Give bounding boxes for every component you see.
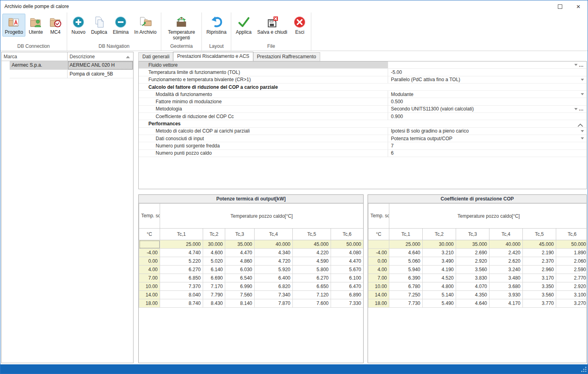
- temperature-sorgenti-button[interactable]: Temperature sorgenti: [163, 14, 199, 42]
- dropdown-arrow-icon[interactable]: [581, 135, 584, 142]
- cold-source-temp-cell[interactable]: 18.00: [139, 299, 160, 308]
- value-cell[interactable]: 4.740: [160, 249, 203, 257]
- cold-source-temp-cell[interactable]: 4.00: [139, 266, 160, 274]
- value-cell[interactable]: 2.190: [523, 249, 556, 257]
- property-value[interactable]: Ipotesi B solo gradino a pieno carico: [388, 128, 586, 135]
- property-value[interactable]: Secondo UNITS11300 (valori calcolati)…: [388, 106, 586, 112]
- hot-temps-corner-cell[interactable]: [368, 240, 389, 249]
- value-cell[interactable]: 7.560: [225, 291, 255, 299]
- value-cell[interactable]: 5.490: [423, 299, 456, 308]
- value-cell[interactable]: 3.560: [523, 291, 556, 299]
- value-cell[interactable]: 6.470: [331, 282, 364, 291]
- value-cell[interactable]: 4.170: [489, 299, 523, 308]
- value-cell[interactable]: 2.960: [523, 266, 556, 274]
- value-cell[interactable]: 5.920: [255, 266, 293, 274]
- value-cell[interactable]: 6.140: [203, 266, 225, 274]
- property-value[interactable]: Potenza termica output/COP: [388, 135, 586, 142]
- device-list-row[interactable]: Pompa di calore_5B: [2, 70, 133, 79]
- value-cell[interactable]: 3.100: [556, 291, 587, 299]
- value-cell[interactable]: 7.120: [293, 291, 331, 299]
- hot-temp-cell[interactable]: 30.000: [203, 240, 225, 249]
- hot-temp-cell[interactable]: 25.000: [160, 240, 203, 249]
- elimina-button[interactable]: Elimina: [110, 14, 131, 37]
- ripristina-button[interactable]: Ripristina: [204, 14, 229, 37]
- cold-source-temp-cell[interactable]: 0.00: [139, 257, 160, 266]
- tab-dati-generali[interactable]: Dati generali: [138, 52, 173, 61]
- value-cell[interactable]: 6.270: [160, 266, 203, 274]
- value-cell[interactable]: 3.240: [489, 266, 523, 274]
- utente-button[interactable]: Utente: [26, 14, 45, 37]
- property-row[interactable]: Coefficiente di riduzione del COP Cc0.90…: [139, 113, 586, 120]
- value-cell[interactable]: 2.060: [556, 257, 587, 266]
- value-cell[interactable]: 7.870: [255, 299, 293, 308]
- mc4-button[interactable]: MC4: [46, 14, 65, 37]
- value-cell[interactable]: 6.820: [255, 282, 293, 291]
- value-cell[interactable]: 4.590: [293, 257, 331, 266]
- value-cell[interactable]: 4.350: [456, 291, 489, 299]
- value-cell[interactable]: 4.600: [203, 249, 225, 257]
- maximize-button[interactable]: [551, 0, 569, 12]
- property-value[interactable]: -5.00: [388, 69, 586, 76]
- column-header-descrizione[interactable]: Descrizione: [68, 52, 133, 61]
- value-cell[interactable]: 7.730: [389, 299, 423, 308]
- value-cell[interactable]: 3.830: [456, 274, 489, 282]
- value-cell[interactable]: 5.140: [423, 291, 456, 299]
- value-cell[interactable]: 3.930: [489, 291, 523, 299]
- value-cell[interactable]: 3.480: [489, 274, 523, 282]
- cold-source-temp-cell[interactable]: 18.00: [368, 299, 389, 308]
- value-cell[interactable]: 2.620: [489, 257, 523, 266]
- property-value[interactable]: …: [388, 61, 586, 68]
- value-cell[interactable]: 2.590: [556, 266, 587, 274]
- cell-marca[interactable]: [10, 70, 68, 79]
- value-cell[interactable]: 4.070: [456, 282, 489, 291]
- value-cell[interactable]: 1.890: [556, 249, 587, 257]
- cold-source-temp-cell[interactable]: -4.00: [368, 249, 389, 257]
- cold-source-temp-cell[interactable]: 4.00: [368, 266, 389, 274]
- hot-temp-cell[interactable]: 35.000: [456, 240, 489, 249]
- value-cell[interactable]: 3.560: [456, 266, 489, 274]
- property-row[interactable]: Numero punti pozzo caldo6: [139, 150, 586, 157]
- nuovo-button[interactable]: Nuovo: [69, 14, 88, 37]
- value-cell[interactable]: 6.030: [225, 266, 255, 274]
- value-cell[interactable]: 4.520: [423, 274, 456, 282]
- esci-button[interactable]: Esci: [290, 14, 309, 37]
- value-cell[interactable]: 3.490: [423, 257, 456, 266]
- value-cell[interactable]: 8.740: [160, 299, 203, 308]
- cold-source-temp-cell[interactable]: -4.00: [139, 249, 160, 257]
- value-cell[interactable]: 6.400: [255, 274, 293, 282]
- device-list-row[interactable]: Aermec S.p.a.AERMEC ANL 020 H: [2, 61, 133, 70]
- salva-e-chiudi-button[interactable]: Salva e chiudi: [255, 14, 290, 37]
- value-cell[interactable]: 6.390: [389, 274, 423, 282]
- in-archivio-button[interactable]: In Archivio: [132, 14, 159, 37]
- value-cell[interactable]: 4.190: [423, 266, 456, 274]
- value-cell[interactable]: 5.220: [160, 257, 203, 266]
- value-cell[interactable]: 7.600: [293, 299, 331, 308]
- property-value[interactable]: Parallelo (PdC attiva fino a TOL): [388, 76, 586, 83]
- cold-source-temp-cell[interactable]: 14.00: [368, 291, 389, 299]
- hot-temp-cell[interactable]: 25.000: [389, 240, 423, 249]
- hot-temp-cell[interactable]: 40.000: [255, 240, 293, 249]
- tab-prestazioni-riscaldamento-e-acs[interactable]: Prestazioni Riscaldamento e ACS: [173, 52, 253, 61]
- value-cell[interactable]: 8.430: [203, 299, 225, 308]
- value-cell[interactable]: 6.690: [203, 274, 225, 282]
- value-cell[interactable]: 5.020: [203, 257, 225, 266]
- property-row[interactable]: Dati conosciuti di inputPotenza termica …: [139, 135, 586, 142]
- value-cell[interactable]: 3.680: [489, 282, 523, 291]
- value-cell[interactable]: 2.920: [556, 282, 587, 291]
- property-group-row[interactable]: Calcolo del fattore di riduzione del COP…: [139, 84, 586, 91]
- value-cell[interactable]: 5.940: [389, 266, 423, 274]
- cold-source-temp-cell[interactable]: 14.00: [139, 291, 160, 299]
- property-value[interactable]: 0.500: [388, 98, 586, 105]
- hot-temp-cell[interactable]: 45.000: [523, 240, 556, 249]
- value-cell[interactable]: 7.250: [389, 291, 423, 299]
- value-cell[interactable]: 2.920: [456, 257, 489, 266]
- value-cell[interactable]: 5.060: [389, 257, 423, 266]
- value-cell[interactable]: 3.270: [556, 299, 587, 308]
- cell-descrizione[interactable]: AERMEC ANL 020 H: [68, 61, 133, 70]
- property-row[interactable]: Numero punti sorgente fredda7: [139, 142, 586, 149]
- property-value[interactable]: Modulante: [388, 91, 586, 98]
- value-cell[interactable]: 3.350: [523, 282, 556, 291]
- property-value[interactable]: 7: [388, 142, 586, 149]
- property-row[interactable]: Funzionamento e temperatura bivalente (C…: [139, 76, 586, 84]
- property-value[interactable]: 6: [388, 150, 586, 157]
